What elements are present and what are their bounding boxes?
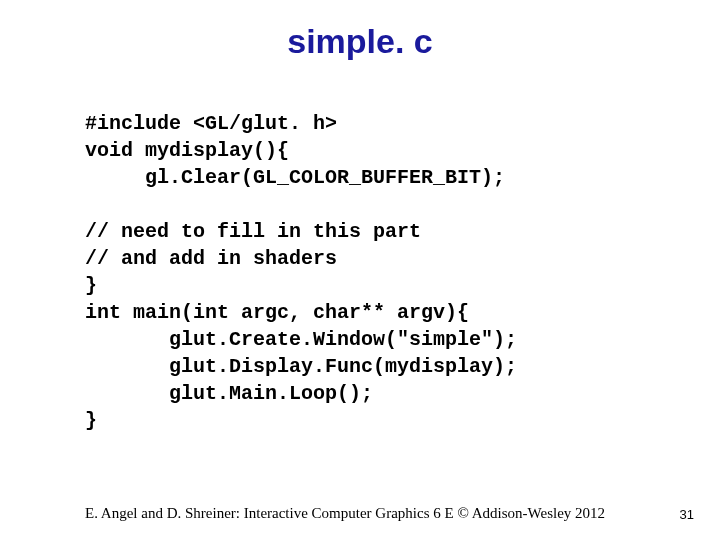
code-line: int main(int argc, char** argv){: [85, 301, 469, 324]
code-line: void mydisplay(){: [85, 139, 289, 162]
code-line: // and add in shaders: [85, 247, 337, 270]
slide: simple. c #include <GL/glut. h> void myd…: [0, 0, 720, 540]
footer-citation: E. Angel and D. Shreiner: Interactive Co…: [85, 505, 605, 522]
code-line: #include <GL/glut. h>: [85, 112, 337, 135]
code-line: }: [85, 409, 97, 432]
code-line: glut.Display.Func(mydisplay);: [85, 355, 517, 378]
code-line: // need to fill in this part: [85, 220, 421, 243]
code-line: }: [85, 274, 97, 297]
page-number: 31: [680, 507, 694, 522]
code-line: glut.Create.Window("simple");: [85, 328, 517, 351]
code-line: gl.Clear(GL_COLOR_BUFFER_BIT);: [85, 166, 505, 189]
code-line: glut.Main.Loop();: [85, 382, 373, 405]
slide-title: simple. c: [0, 22, 720, 61]
code-block: #include <GL/glut. h> void mydisplay(){ …: [85, 110, 660, 434]
